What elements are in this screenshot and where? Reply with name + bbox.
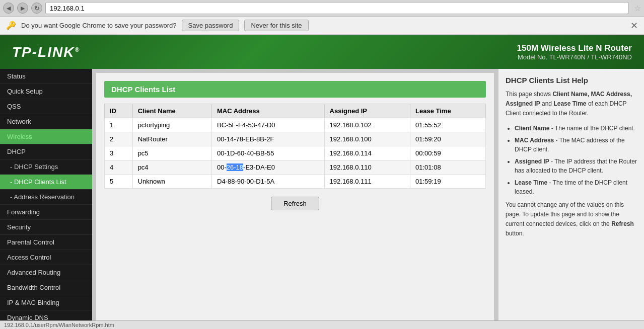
table-row: 2NatRouter00-14-78-EB-8B-2F192.168.0.100… [105, 132, 486, 146]
sidebar-item-dhcp-clients-list[interactable]: - DHCP Clients List [0, 175, 92, 190]
address-bar[interactable]: 192.168.0.1 [45, 2, 629, 14]
table-row: 4pc400-26-18-E3-DA-E0192.168.0.11001:01:… [105, 160, 486, 175]
refresh-area: Refresh [104, 197, 486, 210]
table-row: 3pc500-1D-60-40-BB-55192.168.0.11400:00:… [105, 146, 486, 160]
key-icon: 🔑 [6, 21, 16, 30]
help-panel: DHCP Clients List Help This page shows C… [498, 69, 644, 329]
address-text: 192.168.0.1 [50, 5, 85, 12]
sidebar-item-forwarding[interactable]: Forwarding [0, 205, 92, 220]
never-for-site-button[interactable]: Never for this site [244, 20, 308, 31]
router-model: Model No. TL-WR740N / TL-WR740ND [517, 53, 632, 61]
sidebar-item-parental-control[interactable]: Parental Control [0, 235, 92, 250]
save-password-button[interactable]: Save password [182, 20, 240, 31]
password-save-bar: 🔑 Do you want Google Chrome to save your… [0, 17, 644, 35]
col-header-mac-address: MAC Address [212, 104, 325, 118]
browser-chrome: ◀ ▶ ↻ 192.168.0.1 ☆ 🔑 Do you want Google… [0, 0, 644, 35]
forward-button[interactable]: ▶ [17, 3, 28, 14]
sidebar-item-advanced-routing[interactable]: Advanced Routing [0, 265, 92, 280]
sidebar-item-access-control[interactable]: Access Control [0, 250, 92, 265]
router-info: 150M Wireless Lite N Router Model No. TL… [517, 43, 632, 61]
status-bar: 192.168.0.1/userRpm/WlanNetworkRpm.htm [0, 320, 644, 329]
back-button[interactable]: ◀ [3, 3, 14, 14]
help-title: DHCP Clients List Help [506, 76, 637, 85]
help-list: Client Name - The name of the DHCP clien… [515, 124, 637, 196]
col-header-client-name: Client Name [132, 104, 211, 118]
col-header-id: ID [105, 104, 133, 118]
refresh-main-button[interactable]: Refresh [271, 197, 319, 210]
bookmark-icon[interactable]: ☆ [634, 4, 641, 13]
status-url: 192.168.0.1/userRpm/WlanNetworkRpm.htm [4, 322, 114, 328]
table-title: DHCP Clients List [104, 81, 486, 98]
refresh-button[interactable]: ↻ [31, 3, 42, 14]
password-prompt-text: Do you want Google Chrome to save your p… [21, 22, 177, 29]
tplink-header: TP-LINK® 150M Wireless Lite N Router Mod… [0, 35, 644, 69]
sidebar-item-security[interactable]: Security [0, 220, 92, 235]
help-list-item: Lease Time - The time of the DHCP client… [515, 178, 637, 196]
help-intro: This page shows Client Name, MAC Address… [506, 90, 637, 119]
help-list-item: MAC Address - The MAC address of the DHC… [515, 136, 637, 154]
sidebar-item-ip-mac-binding[interactable]: IP & MAC Binding [0, 295, 92, 310]
sidebar-item-status[interactable]: Status [0, 69, 92, 84]
sidebar-item-qss[interactable]: QSS [0, 99, 92, 114]
page-layout: StatusQuick SetupQSSNetworkWirelessDHCP-… [0, 69, 644, 329]
table-row: 1pcfortypingBC-5F-F4-53-47-D0192.168.0.1… [105, 118, 486, 132]
help-list-item: Assigned IP - The IP address that the Ro… [515, 157, 637, 175]
sidebar: StatusQuick SetupQSSNetworkWirelessDHCP-… [0, 69, 92, 329]
content-inner: DHCP Clients List IDClient NameMAC Addre… [96, 73, 494, 329]
help-list-item: Client Name - The name of the DHCP clien… [515, 124, 637, 133]
sidebar-item-dhcp-settings[interactable]: - DHCP Settings [0, 159, 92, 175]
dhcp-clients-table: IDClient NameMAC AddressAssigned IPLease… [104, 104, 486, 189]
router-name: 150M Wireless Lite N Router [517, 43, 632, 53]
browser-toolbar: ◀ ▶ ↻ 192.168.0.1 ☆ [0, 0, 644, 17]
sidebar-item-dhcp[interactable]: DHCP [0, 144, 92, 159]
sidebar-item-network[interactable]: Network [0, 114, 92, 129]
main-content: DHCP Clients List IDClient NameMAC Addre… [92, 69, 498, 329]
col-header-lease-time: Lease Time [410, 104, 486, 118]
tplink-logo: TP-LINK® [12, 44, 80, 60]
col-header-assigned-ip: Assigned IP [324, 104, 410, 118]
table-row: 5UnknownD4-88-90-00-D1-5A192.168.0.11101… [105, 175, 486, 189]
sidebar-item-address-reservation[interactable]: - Address Reservation [0, 190, 92, 205]
close-password-bar-button[interactable]: ✕ [630, 20, 638, 31]
sidebar-item-quick-setup[interactable]: Quick Setup [0, 84, 92, 99]
help-footer: You cannot change any of the values on t… [506, 200, 637, 239]
sidebar-item-bandwidth-control[interactable]: Bandwidth Control [0, 280, 92, 295]
sidebar-item-wireless[interactable]: Wireless [0, 129, 92, 144]
